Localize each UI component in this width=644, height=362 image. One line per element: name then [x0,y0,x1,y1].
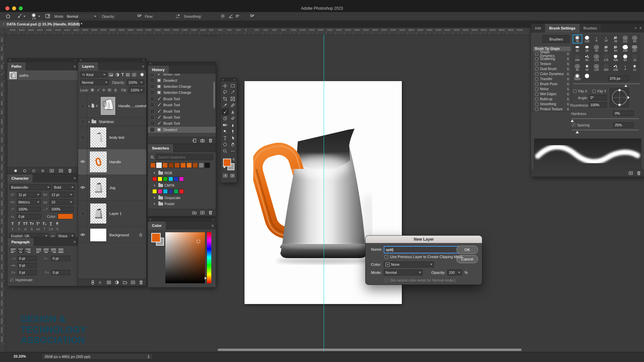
brush-preset-60[interactable]: 60 [611,44,621,53]
brush-preset-283[interactable]: 283 [601,63,611,72]
brush-preset-8[interactable]: 8 [592,35,601,44]
swatches-search-input[interactable] [156,154,213,160]
history-step[interactable]: Brush Tool [148,114,216,120]
clipping-mask-checkbox[interactable] [384,255,388,259]
panel-close-icon[interactable]: × [80,59,82,62]
swatch[interactable] [174,189,178,194]
swatch[interactable] [150,163,156,168]
indent-first-value[interactable]: 0 pt [17,263,37,268]
brushes-button[interactable]: Brushes [542,35,570,43]
history-step[interactable]: Brush Tool [148,108,216,114]
swatch[interactable] [152,189,157,194]
tool-frame-icon[interactable] [229,96,236,102]
tool-shape-icon[interactable] [221,141,229,148]
align-left-button[interactable] [10,248,16,253]
camera-icon[interactable] [200,138,205,143]
panel-expand-icon[interactable]: » [635,26,637,30]
brush-preset-175[interactable]: 175 [601,53,611,62]
spacing-value[interactable]: 25% [613,122,634,128]
history-step[interactable]: Selection Change [148,83,216,89]
lock-icon[interactable] [567,102,570,106]
lock-icon[interactable] [567,72,570,76]
brush-preset-60[interactable]: 60 [630,35,640,44]
panel-collapse-icon[interactable]: « [212,218,214,221]
folder-plus-icon[interactable] [192,210,197,215]
style-button[interactable]: Tᴛ [29,222,35,226]
brush-section-dual-brush[interactable]: Dual Brush [533,66,571,71]
airbrush-icon[interactable] [175,13,180,19]
brush-preset-80[interactable]: 80 [582,53,592,62]
lock-icon[interactable] [567,57,570,61]
brush-section-scattering[interactable]: Scattering [533,56,571,61]
align-just-all-button[interactable] [58,248,64,253]
opentype-button[interactable]: aa [35,227,41,231]
rect-plus-icon[interactable] [628,171,633,176]
toggle-brush-panel-icon[interactable] [45,13,50,19]
opentype-button[interactable]: T [41,227,48,231]
swap-colors-icon[interactable] [232,157,235,161]
visibility-toggle[interactable] [80,104,85,108]
tool-history-brush-icon[interactable] [221,115,229,122]
tracking-dropdown[interactable]: 10 [50,199,74,205]
layer-row-handle[interactable]: Handle [78,149,146,175]
brush-preset-174[interactable]: 174 [592,53,601,62]
style-button[interactable]: T₁ [41,222,48,226]
chain-icon[interactable] [90,280,95,285]
swatch[interactable] [158,177,162,181]
tool-eyedropper-icon[interactable] [221,102,229,109]
opentype-button[interactable]: A [29,227,35,231]
history-step[interactable]: Deselect [148,127,216,133]
brush-preset-112[interactable]: 112 [621,35,630,44]
text-color-swatch[interactable] [58,214,73,219]
layer-mode-dropdown[interactable]: Normal [384,269,423,276]
swatch[interactable] [163,189,168,194]
swatch[interactable] [174,177,178,181]
brush-angle-value[interactable]: 0° [234,13,246,19]
swatch[interactable] [162,163,168,168]
layer-row-handle-control[interactable]: ▸Handle, ...control [78,95,146,118]
history-scrollbar[interactable] [213,82,215,108]
layer-thumbnail[interactable] [90,127,107,148]
rect-dot-icon[interactable] [49,168,54,173]
tab-color[interactable]: Color [148,222,166,230]
horizontal-scrollbar[interactable] [218,349,522,351]
panel-menu-icon[interactable]: ≡ [640,26,642,30]
lock-icon[interactable] [567,82,570,86]
swatch[interactable] [163,177,168,181]
visibility-eye-icon[interactable] [80,160,85,164]
tool-preset-chevron[interactable] [23,16,25,17]
align-right-button[interactable] [25,248,31,253]
leading-dropdown[interactable]: 12 pt [50,192,74,197]
document-info[interactable]: 3508 px x 4961 px (300 ppi) ❯ [42,353,153,360]
vertical-guide[interactable] [324,35,324,352]
pressure-opacity-icon[interactable] [137,13,142,19]
brush-preset-284[interactable]: 284 [573,53,582,62]
tool-eraser-icon[interactable] [229,115,236,122]
trash-icon[interactable] [139,280,144,285]
tab-swatches[interactable]: Swatches [148,144,173,152]
tool-object-selection-icon[interactable] [229,89,236,96]
swatch[interactable] [199,163,204,168]
brush-preset-30[interactable]: 30 [592,44,601,53]
style-button[interactable]: Ŧ [54,222,60,226]
style-button[interactable]: T [9,222,16,226]
lock-icon[interactable] [567,67,570,71]
swatch[interactable] [193,163,198,168]
mask-icon[interactable] [106,280,111,285]
trash-icon[interactable] [208,138,213,143]
history-step[interactable]: Brush Tool [148,102,216,108]
tab-brush-settings[interactable]: Brush Settings [545,24,579,33]
tool-more-icon[interactable] [229,148,236,154]
pressure-size-icon[interactable] [250,13,255,19]
brush-preset-127[interactable]: 127 [630,44,640,53]
style-button[interactable]: T [16,222,22,226]
lock-all-icon[interactable] [114,88,117,92]
screen-mode-icon[interactable] [230,173,235,178]
panel-collapse-icon[interactable]: « [74,59,76,62]
tool-brush-icon[interactable] [221,109,229,115]
tab-paragraph[interactable]: Paragraph [7,238,34,246]
smoothing-gear-icon[interactable] [220,13,225,19]
brush-preset-3[interactable]: 3 [621,63,630,72]
visibility-toggle[interactable] [80,135,85,140]
tab-info[interactable]: Info [531,24,545,33]
